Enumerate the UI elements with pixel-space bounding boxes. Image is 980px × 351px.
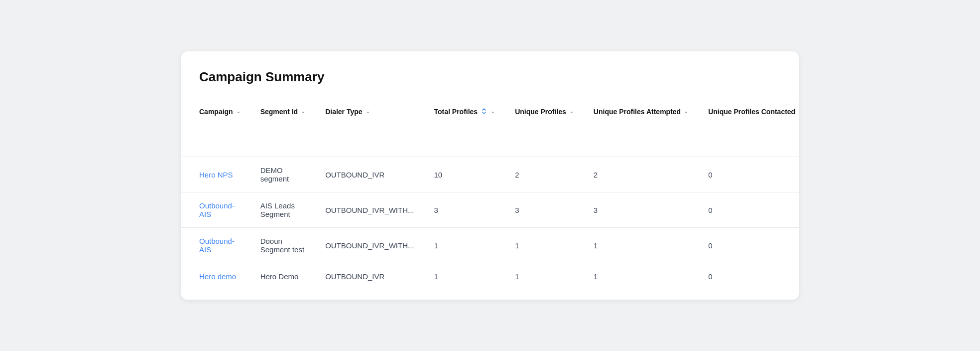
chevron-down-icon[interactable]: ⌄ [301, 108, 305, 115]
table-row: Outbound-AISAIS Leads SegmentOUTBOUND_IV… [181, 192, 799, 228]
table-row: Hero NPSDEMO segmentOUTBOUND_IVR10220 [181, 157, 799, 192]
table-cell: 3 [584, 192, 698, 228]
table-cell: 0 [698, 263, 799, 290]
campaign-table: Campaign ⌄ Segment Id ⌄ Dialer Type ⌄ [181, 97, 799, 290]
table-cell: 2 [505, 157, 584, 192]
table-cell: 0 [698, 157, 799, 192]
table-cell: 1 [584, 263, 698, 290]
chevron-down-icon[interactable]: ⌄ [490, 108, 495, 115]
campaign-name-cell[interactable]: Hero demo [181, 263, 250, 290]
col-unique-profiles-attempted: Unique Profiles Attempted ⌄ [584, 97, 698, 157]
table-cell: 3 [424, 192, 505, 228]
col-segment-id: Segment Id ⌄ [250, 97, 315, 157]
col-unique-profiles: Unique Profiles ⌄ [505, 97, 584, 157]
campaign-name-cell[interactable]: Outbound-AIS [181, 192, 250, 228]
table-cell: 3 [505, 192, 584, 228]
col-campaign: Campaign ⌄ [181, 97, 250, 157]
table-row: Hero demoHero DemoOUTBOUND_IVR1110 [181, 263, 799, 290]
table-cell: 1 [424, 228, 505, 263]
table-header-row: Campaign ⌄ Segment Id ⌄ Dialer Type ⌄ [181, 97, 799, 157]
table-cell: OUTBOUND_IVR [315, 157, 424, 192]
col-dialer-type: Dialer Type ⌄ [315, 97, 424, 157]
table-cell: 1 [505, 263, 584, 290]
table-cell: 0 [698, 228, 799, 263]
table-cell: 0 [698, 192, 799, 228]
table-cell: OUTBOUND_IVR_WITH... [315, 228, 424, 263]
table-cell: 1 [584, 228, 698, 263]
table-cell: 2 [584, 157, 698, 192]
chevron-down-icon[interactable]: ⌄ [236, 108, 241, 115]
col-total-profiles: Total Profiles ⌄ [424, 97, 505, 157]
table-cell: 10 [424, 157, 505, 192]
table-row: Outbound-AISDooun Segment testOUTBOUND_I… [181, 228, 799, 263]
campaign-name-cell[interactable]: Outbound-AIS [181, 228, 250, 263]
table-cell: Dooun Segment test [250, 228, 315, 263]
campaign-summary-card: Campaign Summary Campaign ⌄ Segment Id ⌄ [181, 51, 799, 300]
chevron-down-icon[interactable]: ⌄ [684, 108, 688, 115]
table-cell: Hero Demo [250, 263, 315, 290]
table-cell: OUTBOUND_IVR_WITH... [315, 192, 424, 228]
col-unique-profiles-contacted: Unique Profiles Contacted ⌄ [698, 97, 799, 157]
table-cell: AIS Leads Segment [250, 192, 315, 228]
sort-icon[interactable] [481, 108, 488, 115]
chevron-down-icon[interactable]: ⌄ [569, 108, 574, 115]
table-cell: DEMO segment [250, 157, 315, 192]
chevron-down-icon[interactable]: ⌄ [798, 108, 799, 115]
table-cell: OUTBOUND_IVR [315, 263, 424, 290]
table-cell: 1 [424, 263, 505, 290]
page-title: Campaign Summary [181, 69, 799, 97]
campaign-name-cell[interactable]: Hero NPS [181, 157, 250, 192]
table-cell: 1 [505, 228, 584, 263]
chevron-down-icon[interactable]: ⌄ [366, 108, 370, 115]
